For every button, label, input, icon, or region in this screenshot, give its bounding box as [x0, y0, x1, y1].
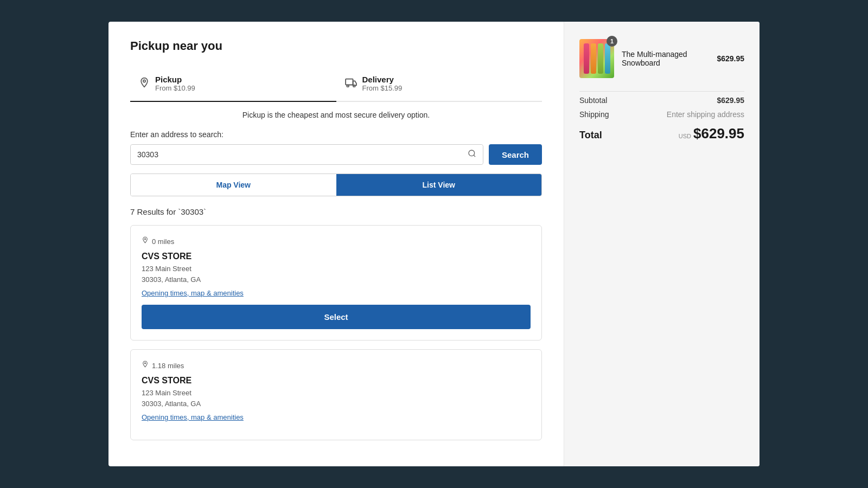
- product-name: The Multi-managed Snowboard: [622, 50, 709, 67]
- delivery-price: From $15.99: [362, 84, 403, 92]
- store-distance-text-0: 0 miles: [152, 237, 174, 246]
- svg-rect-1: [346, 79, 353, 85]
- cart-badge: 1: [607, 36, 617, 47]
- search-input-wrapper: [130, 144, 483, 165]
- store-card-1: 1.18 miles CVS STORE 123 Main Street 303…: [130, 349, 542, 440]
- delivery-label: Delivery: [362, 75, 403, 84]
- shipping-label: Shipping: [579, 110, 609, 119]
- svg-point-3: [353, 85, 355, 87]
- select-button-0[interactable]: Select: [142, 305, 531, 329]
- shipping-options: Pickup From $10.99 Delivery From $15.99: [130, 66, 542, 102]
- subtotal-value: $629.95: [717, 96, 744, 105]
- svg-point-5: [144, 239, 145, 240]
- info-text: Pickup is the cheapest and most secure d…: [130, 111, 542, 119]
- subtotal-label: Subtotal: [579, 96, 607, 105]
- view-toggle: Map View List View: [130, 174, 542, 196]
- page-title: Pickup near you: [130, 39, 542, 53]
- store-link-1[interactable]: Opening times, map & amenities: [142, 413, 531, 421]
- search-icon: [468, 149, 476, 160]
- pickup-price: From $10.99: [155, 84, 195, 92]
- store-name-1: CVS STORE: [142, 376, 531, 386]
- store-distance-0: 0 miles: [142, 236, 531, 246]
- store-name-0: CVS STORE: [142, 252, 531, 261]
- address-label: Enter an address to search:: [130, 130, 542, 139]
- total-value-wrapper: USD $629.95: [679, 125, 744, 142]
- store-distance-1: 1.18 miles: [142, 361, 531, 370]
- search-button[interactable]: Search: [489, 144, 542, 165]
- main-container: Pickup near you Pickup From $10.99: [108, 22, 760, 466]
- shipping-row: Shipping Enter shipping address: [579, 110, 744, 119]
- currency-label: USD: [679, 133, 691, 139]
- search-input[interactable]: [131, 145, 483, 164]
- store-distance-text-1: 1.18 miles: [152, 362, 184, 370]
- map-view-button[interactable]: Map View: [131, 174, 336, 196]
- pickup-option[interactable]: Pickup From $10.99: [130, 66, 336, 102]
- product-price: $629.95: [717, 54, 744, 63]
- store-address-0: 123 Main Street 30303, Atlanta, GA: [142, 264, 531, 285]
- list-view-button[interactable]: List View: [336, 174, 542, 196]
- total-label: Total: [579, 130, 602, 141]
- divider: [579, 91, 744, 92]
- delivery-option[interactable]: Delivery From $15.99: [336, 66, 542, 102]
- delivery-icon: [345, 78, 357, 90]
- pin-icon-1: [142, 361, 149, 370]
- svg-point-6: [144, 363, 145, 364]
- shipping-value: Enter shipping address: [667, 110, 744, 119]
- left-panel: Pickup near you Pickup From $10.99: [108, 22, 564, 466]
- store-card-0: 0 miles CVS STORE 123 Main Street 30303,…: [130, 225, 542, 341]
- pickup-icon: [139, 77, 150, 91]
- store-link-0[interactable]: Opening times, map & amenities: [142, 289, 531, 297]
- pin-icon-0: [142, 236, 149, 246]
- pickup-label: Pickup: [155, 75, 195, 84]
- store-address-1: 123 Main Street 30303, Atlanta, GA: [142, 388, 531, 409]
- total-value: $629.95: [693, 125, 744, 142]
- subtotal-row: Subtotal $629.95: [579, 96, 744, 105]
- product-image-wrapper: 1: [579, 39, 614, 78]
- right-panel: 1 The Multi-managed Snowboard $629.95 Su…: [564, 22, 760, 466]
- results-count: 7 Results for `30303`: [130, 207, 542, 216]
- svg-point-4: [469, 150, 475, 156]
- cart-item: 1 The Multi-managed Snowboard $629.95: [579, 39, 744, 78]
- svg-point-2: [347, 85, 349, 87]
- total-row: Total USD $629.95: [579, 125, 744, 142]
- svg-point-0: [143, 80, 145, 82]
- search-row: Search: [130, 144, 542, 165]
